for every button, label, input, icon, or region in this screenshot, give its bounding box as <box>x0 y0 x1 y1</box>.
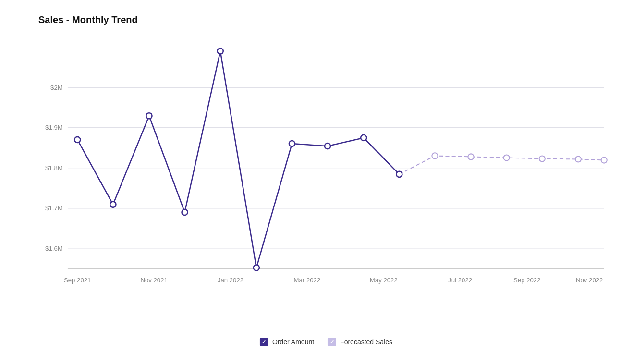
y-label-1-9m: $1.9M <box>45 124 63 131</box>
x-label-jan2022: Jan 2022 <box>218 277 243 284</box>
order-point-mar2022 <box>289 141 295 146</box>
y-label-1-6m: $1.6M <box>45 245 63 252</box>
forecast-point-dec2022 <box>601 157 607 163</box>
legend-order-label: Order Amount <box>272 338 314 346</box>
x-label-sep2022: Sep 2022 <box>513 277 540 284</box>
main-chart-svg: $2M $1.9M $1.8M $1.7M $1.6M Sep 2021 Nov… <box>38 35 614 317</box>
chart-title: Sales - Monthly Trend <box>38 14 614 25</box>
order-point-feb2022 <box>254 265 259 271</box>
forecast-point-sep2022 <box>504 155 510 160</box>
order-point-jan2022 <box>218 48 223 54</box>
x-label-mar2022: Mar 2022 <box>294 277 321 284</box>
order-point-oct2021 <box>110 202 116 207</box>
chart-legend: ✓ Order Amount ✓ Forecasted Sales <box>260 338 392 346</box>
legend-order-icon: ✓ <box>260 338 268 346</box>
forecast-point-aug2022 <box>468 154 474 159</box>
forecast-point-nov2022 <box>575 156 581 162</box>
x-label-nov2022: Nov 2022 <box>576 277 603 284</box>
legend-forecasted-sales: ✓ Forecasted Sales <box>328 338 392 346</box>
forecast-point-jul2022 <box>432 153 438 158</box>
order-point-dec2021 <box>182 209 187 215</box>
x-label-may2022: May 2022 <box>370 277 398 284</box>
legend-forecast-label: Forecasted Sales <box>340 338 392 346</box>
x-label-nov2021: Nov 2021 <box>140 277 167 284</box>
order-point-apr2022 <box>325 143 330 149</box>
y-label-2m: $2M <box>50 84 63 91</box>
order-point-sep2021 <box>74 137 80 143</box>
chart-container: Sales - Monthly Trend $2M $1.9M <box>0 0 633 364</box>
forecast-sales-line <box>399 156 604 174</box>
legend-forecast-icon: ✓ <box>328 338 336 346</box>
forecast-point-oct2022 <box>539 156 545 161</box>
chart-area: $2M $1.9M $1.8M $1.7M $1.6M Sep 2021 Nov… <box>38 35 614 317</box>
order-point-nov2021 <box>146 113 152 119</box>
legend-forecast-check: ✓ <box>330 339 334 345</box>
x-label-sep2021: Sep 2021 <box>64 277 91 284</box>
legend-order-check: ✓ <box>262 339 266 345</box>
order-point-may2022 <box>361 135 366 141</box>
y-label-1-8m: $1.8M <box>45 164 63 171</box>
x-label-jul2022: Jul 2022 <box>448 277 472 284</box>
order-amount-line <box>77 51 399 267</box>
order-point-jun2022 <box>396 171 402 177</box>
legend-order-amount: ✓ Order Amount <box>260 338 314 346</box>
y-label-1-7m: $1.7M <box>45 205 63 212</box>
